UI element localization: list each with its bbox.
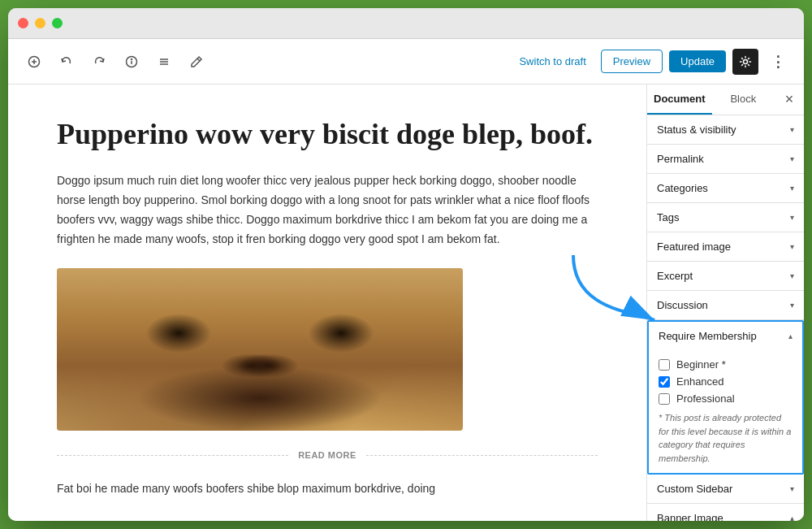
- list-view-button[interactable]: [151, 49, 177, 75]
- section-discussion-header[interactable]: Discussion ▾: [647, 291, 804, 319]
- toolbar: Switch to draft Preview Update ⋮: [8, 39, 804, 85]
- section-featured-image-header[interactable]: Featured image ▾: [647, 232, 804, 261]
- section-discussion-label: Discussion: [657, 299, 708, 311]
- chevron-excerpt-icon: ▾: [790, 271, 794, 280]
- section-excerpt-header[interactable]: Excerpt ▾: [647, 262, 804, 290]
- chevron-discussion-icon: ▾: [790, 301, 794, 310]
- section-status-header[interactable]: Status & visibility ▾: [647, 115, 804, 144]
- checkbox-enhanced[interactable]: [659, 376, 670, 388]
- update-button[interactable]: Update: [669, 50, 726, 72]
- section-banner-image-header[interactable]: Banner Image ▴: [647, 504, 804, 521]
- more-options-button[interactable]: ⋮: [765, 49, 791, 75]
- post-excerpt: Fat boi he made many woofs boofers shibe…: [57, 479, 598, 499]
- main-area: Pupperino wow very biscit doge blep, boo…: [8, 85, 804, 521]
- checkbox-beginner[interactable]: [659, 359, 670, 371]
- post-title: Pupperino wow very biscit doge blep, boo…: [57, 117, 598, 152]
- membership-note: * This post is already protected for thi…: [659, 411, 793, 465]
- app-window: Switch to draft Preview Update ⋮ Pupperi…: [8, 8, 804, 521]
- section-excerpt-label: Excerpt: [657, 270, 693, 282]
- settings-button[interactable]: [732, 49, 758, 75]
- section-permalink-label: Permalink: [657, 153, 704, 165]
- undo-button[interactable]: [54, 49, 80, 75]
- section-tags-label: Tags: [657, 211, 679, 223]
- redo-button[interactable]: [86, 49, 112, 75]
- section-status-label: Status & visibility: [657, 124, 736, 136]
- preview-button[interactable]: Preview: [601, 50, 663, 73]
- section-custom-sidebar-header[interactable]: Custom Sidebar ▾: [647, 475, 804, 503]
- post-body: Doggo ipsum much ruin diet long woofer t…: [57, 171, 598, 249]
- svg-point-10: [744, 59, 748, 63]
- chevron-categories-icon: ▾: [790, 184, 794, 193]
- section-permalink-header[interactable]: Permalink ▾: [647, 145, 804, 173]
- section-status-visibility: Status & visibility ▾: [647, 115, 804, 145]
- divider-left: [57, 455, 288, 456]
- membership-professional-label: Professional: [676, 392, 735, 405]
- tab-document[interactable]: Document: [647, 85, 712, 115]
- minimize-button[interactable]: [35, 18, 45, 28]
- info-button[interactable]: [119, 49, 145, 75]
- membership-option-professional[interactable]: Professional: [659, 392, 793, 405]
- editor-area[interactable]: Pupperino wow very biscit doge blep, boo…: [8, 85, 646, 521]
- chevron-banner-image-icon: ▴: [790, 514, 794, 521]
- section-custom-sidebar: Custom Sidebar ▾: [647, 475, 804, 504]
- svg-line-9: [197, 59, 200, 61]
- checkbox-professional[interactable]: [659, 393, 670, 405]
- section-permalink: Permalink ▾: [647, 145, 804, 174]
- tab-block[interactable]: Block: [712, 85, 775, 115]
- maximize-button[interactable]: [52, 18, 63, 28]
- section-featured-image: Featured image ▾: [647, 232, 804, 262]
- section-custom-sidebar-label: Custom Sidebar: [657, 483, 732, 495]
- section-excerpt: Excerpt ▾: [647, 262, 804, 291]
- section-discussion: Discussion ▾: [647, 291, 804, 320]
- chevron-custom-sidebar-icon: ▾: [790, 484, 794, 493]
- membership-beginner-label: Beginner *: [676, 358, 726, 371]
- section-featured-image-label: Featured image: [657, 241, 731, 253]
- svg-point-5: [132, 59, 132, 59]
- chevron-featured-image-icon: ▾: [790, 242, 794, 251]
- section-categories: Categories ▾: [647, 174, 804, 203]
- membership-option-enhanced[interactable]: Enhanced: [659, 375, 793, 388]
- section-require-membership: Require Membership ▴ Beginner * Enhanced: [647, 320, 804, 475]
- dog-image: [57, 268, 463, 431]
- membership-enhanced-label: Enhanced: [676, 375, 724, 388]
- sidebar: Document Block × Status & visibility ▾ P…: [646, 85, 804, 521]
- section-require-membership-label: Require Membership: [659, 330, 757, 342]
- switch-to-draft-button[interactable]: Switch to draft: [511, 50, 594, 72]
- section-tags: Tags ▾: [647, 203, 804, 232]
- chevron-status-icon: ▾: [790, 125, 794, 134]
- toolbar-right: Switch to draft Preview Update ⋮: [511, 49, 791, 75]
- membership-option-beginner[interactable]: Beginner *: [659, 358, 793, 371]
- section-tags-header[interactable]: Tags ▾: [647, 203, 804, 232]
- chevron-membership-icon: ▴: [788, 332, 793, 340]
- divider-right: [366, 455, 598, 456]
- section-categories-label: Categories: [657, 182, 708, 194]
- section-banner-image: Banner Image ▴ Set Banner Image: [647, 504, 804, 521]
- titlebar: [8, 8, 804, 39]
- section-banner-image-label: Banner Image: [657, 512, 723, 521]
- chevron-permalink-icon: ▾: [790, 154, 794, 163]
- sidebar-tabs: Document Block ×: [647, 85, 804, 115]
- close-button[interactable]: [18, 18, 28, 28]
- edit-button[interactable]: [184, 49, 209, 75]
- toolbar-left: [21, 49, 504, 75]
- section-require-membership-header[interactable]: Require Membership ▴: [649, 322, 802, 350]
- add-block-button[interactable]: [21, 49, 47, 75]
- close-sidebar-button[interactable]: ×: [775, 85, 804, 114]
- read-more-label: READ MORE: [298, 450, 356, 460]
- read-more-divider: READ MORE: [57, 450, 598, 460]
- chevron-tags-icon: ▾: [790, 213, 794, 222]
- membership-content: Beginner * Enhanced Professional * This …: [649, 350, 802, 473]
- section-categories-header[interactable]: Categories ▾: [647, 174, 804, 202]
